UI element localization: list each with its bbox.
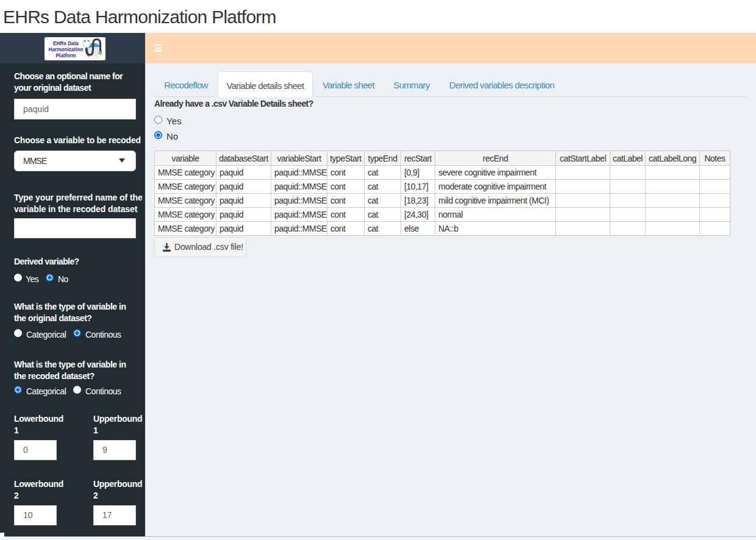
- svg-text:Platform: Platform: [55, 53, 76, 59]
- svg-text:Harmonization: Harmonization: [49, 47, 84, 52]
- svg-text:EHRs Data: EHRs Data: [53, 41, 79, 46]
